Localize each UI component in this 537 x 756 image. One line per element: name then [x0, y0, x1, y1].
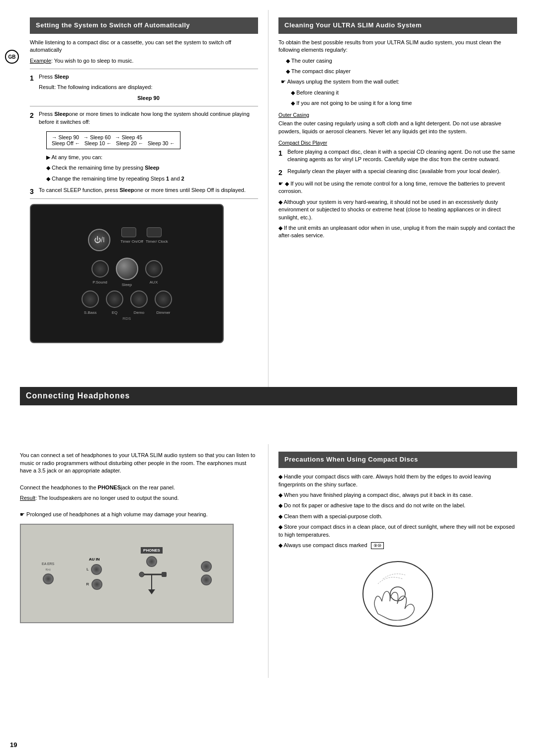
sleep-diagram: → Sleep 90 → Sleep 60 → Sleep 45 Sleep O… — [46, 131, 180, 149]
svg-point-1 — [139, 572, 144, 577]
aux-knob — [145, 260, 163, 278]
step3-num: 3 — [30, 188, 34, 195]
small-label: lf(n) — [45, 568, 50, 571]
phones-label: PHONES — [141, 547, 163, 554]
eq-knob — [106, 290, 123, 308]
right-jacks — [201, 561, 212, 585]
psound-knob — [91, 260, 109, 278]
outer-casing-text: Clean the outer casing regularly using a… — [278, 120, 517, 135]
sbass-knob — [82, 290, 99, 308]
cleaning-intro: To obtain the best possible results from… — [278, 39, 517, 54]
au-in-r-jack — [91, 579, 102, 590]
svg-marker-4 — [148, 589, 155, 594]
back-panel-image: EA ERS lf(n) AU IN L R — [20, 524, 234, 623]
bullet-marked — [278, 542, 283, 548]
sleep-bold-2: Sleep — [54, 111, 69, 117]
precautions-header: Precautions When Using Compact Discs — [278, 452, 517, 468]
cd-step1-num: 1 — [278, 149, 282, 157]
connecting-intro: You can connect a set of headphones to y… — [20, 452, 258, 474]
right-jack-1 — [201, 561, 212, 572]
precautions-section: Precautions When Using Compact Discs Han… — [268, 444, 527, 678]
left-top-section: Setting the System to Switch off Automat… — [10, 10, 268, 387]
phones-group: PHONES — [134, 547, 169, 599]
svg-rect-2 — [162, 572, 167, 577]
rds-label: RDS — [123, 316, 131, 321]
power-button-img: ⏻/I — [88, 229, 110, 251]
l-label: L — [87, 567, 89, 571]
gb-badge: GB — [5, 50, 19, 64]
bullet-hardwearing — [278, 199, 283, 205]
timer-onoff-btn — [121, 227, 136, 237]
headphone-warning: Prolonged use of headphones at a high vo… — [26, 511, 207, 517]
step1-num: 1 — [30, 74, 34, 82]
page: GB Setting the System to Switch off Auto… — [0, 0, 537, 756]
cleaning-notes: If you will not be using the remote cont… — [278, 180, 517, 240]
device-controls: ⏻/I Timer On/Off Timer/ Clock — [31, 205, 223, 342]
cd-step1: 1 Before playing a compact disc, clean i… — [278, 148, 517, 164]
note-icon-remote — [278, 181, 285, 187]
example-label: Example — [30, 58, 51, 64]
bullet-no-tape — [278, 502, 284, 508]
cd-step2: 2 Regularly clean the player with a spec… — [278, 168, 517, 175]
step1: 1 Press Sleep Result: The following indi… — [30, 73, 258, 102]
au-in-group: AU IN L R — [86, 557, 102, 590]
disc-illustration — [278, 559, 517, 639]
note-icon-headphones — [20, 511, 26, 517]
jack-left-1 — [43, 573, 54, 584]
bullet-cd-player — [286, 68, 291, 74]
bullet-change-time — [46, 176, 52, 182]
bullet-put-back — [278, 492, 284, 498]
cd-step2-content: Regularly clean the player with a specia… — [287, 168, 517, 175]
example-text: : You wish to go to sleep to music. — [51, 58, 134, 64]
connect-instruction: Connect the headphones to the PHONESjack… — [20, 484, 258, 491]
setting-header: Setting the System to Switch off Automat… — [30, 17, 258, 34]
phones-bold: PHONES — [98, 484, 121, 490]
bullet-outer-casing — [286, 58, 291, 64]
cd-player-heading: Compact Disc Player — [278, 139, 517, 147]
right-jack-2 — [201, 574, 212, 585]
sleep-knob — [116, 258, 138, 280]
au-in-label: AU IN — [89, 557, 100, 562]
step3: 3 To cancel SLEEP function, press Sleepo… — [30, 187, 258, 194]
page-number: 19 — [10, 741, 17, 749]
cd-step2-num: 2 — [278, 169, 282, 177]
step2-content: Press Sleepone or more times to indicate… — [39, 110, 258, 183]
gb-label: GB — [8, 54, 16, 60]
cleaning-header: Cleaning Your ULTRA SLIM Audio System — [278, 17, 517, 34]
left-jacks: EA ERS lf(n) — [42, 562, 54, 584]
anytime-text: At any time, you can: — [51, 154, 102, 160]
bullet-check-sleep — [46, 165, 52, 171]
connect-result: Result: The loudspeakers are no longer u… — [20, 494, 258, 502]
step2-num: 2 — [30, 111, 34, 119]
bullet-clean-cloth — [278, 513, 284, 519]
step3-content: To cancel SLEEP function, press Sleepone… — [39, 187, 258, 194]
bullet-store-clean — [278, 524, 284, 530]
demo-knob — [130, 290, 148, 308]
bullet-odor — [278, 225, 284, 231]
example-line: Example: You wish to go to sleep to musi… — [30, 57, 258, 65]
step2: 2 Press Sleepone or more times to indica… — [30, 110, 258, 183]
connecting-header: Connecting Headphones — [20, 387, 517, 405]
timer-clock-btn — [147, 227, 162, 237]
bullet-handle-care — [278, 473, 284, 479]
device-image: ⏻/I Timer On/Off Timer/ Clock — [30, 204, 224, 343]
phones-jack — [146, 556, 157, 567]
note-icon-unplug — [281, 79, 287, 85]
cd-step1-content: Before playing a compact disc, clean it … — [287, 148, 517, 164]
au-in-l-jack — [91, 564, 102, 575]
step1-result: Result: The following indications are di… — [39, 84, 258, 91]
step1-content: Press Sleep Result: The following indica… — [39, 73, 258, 102]
bullet-before-cleaning — [291, 90, 296, 95]
plug-svg — [134, 569, 169, 599]
dimmer-knob — [155, 290, 172, 308]
ea-ers-label: EA ERS — [42, 562, 54, 566]
connecting-header-wrapper: Connecting Headphones — [10, 387, 527, 444]
setting-intro: While listening to a compact disc or a c… — [30, 39, 258, 54]
bullet-not-using — [291, 100, 296, 106]
sleep-bold-1: Sleep — [54, 74, 69, 80]
sleep90-label: Sleep 90 — [39, 94, 258, 102]
outer-casing-heading: Outer Casing — [278, 111, 517, 119]
r-label: R — [86, 582, 89, 586]
connecting-left: You can connect a set of headphones to y… — [10, 444, 268, 678]
right-top-section: Cleaning Your ULTRA SLIM Audio System To… — [268, 10, 527, 387]
